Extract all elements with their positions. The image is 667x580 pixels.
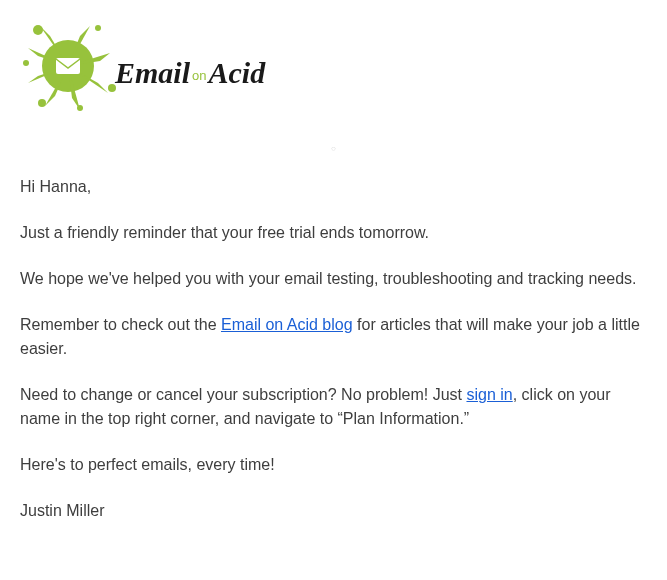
blog-link[interactable]: Email on Acid blog — [221, 316, 353, 333]
svg-point-6 — [95, 25, 101, 31]
splat-icon — [20, 18, 125, 113]
svg-point-1 — [33, 25, 43, 35]
greeting-text: Hi Hanna, — [20, 175, 647, 199]
brand-text-on: on — [192, 68, 206, 83]
p4-pre: Need to change or cancel your subscripti… — [20, 386, 466, 403]
email-body: Hi Hanna, Just a friendly reminder that … — [20, 175, 647, 523]
paragraph-hope: We hope we've helped you with your email… — [20, 267, 647, 291]
signin-link[interactable]: sign in — [466, 386, 512, 403]
paragraph-closing: Here's to perfect emails, every time! — [20, 453, 647, 477]
brand-name: EmailonAcid — [115, 50, 265, 95]
divider-dot: ○ — [20, 143, 647, 155]
svg-rect-7 — [56, 58, 80, 74]
envelope-icon — [56, 58, 80, 74]
signature-name: Justin Miller — [20, 499, 647, 523]
svg-point-3 — [38, 99, 46, 107]
paragraph-reminder: Just a friendly reminder that your free … — [20, 221, 647, 245]
logo-container: EmailonAcid — [20, 18, 647, 113]
p3-pre: Remember to check out the — [20, 316, 221, 333]
brand-text-acid: Acid — [208, 56, 265, 89]
brand-logo: EmailonAcid — [20, 18, 250, 113]
svg-point-4 — [77, 105, 83, 111]
paragraph-blog: Remember to check out the Email on Acid … — [20, 313, 647, 361]
paragraph-subscription: Need to change or cancel your subscripti… — [20, 383, 647, 431]
brand-text-email: Email — [115, 56, 190, 89]
svg-point-2 — [23, 60, 29, 66]
